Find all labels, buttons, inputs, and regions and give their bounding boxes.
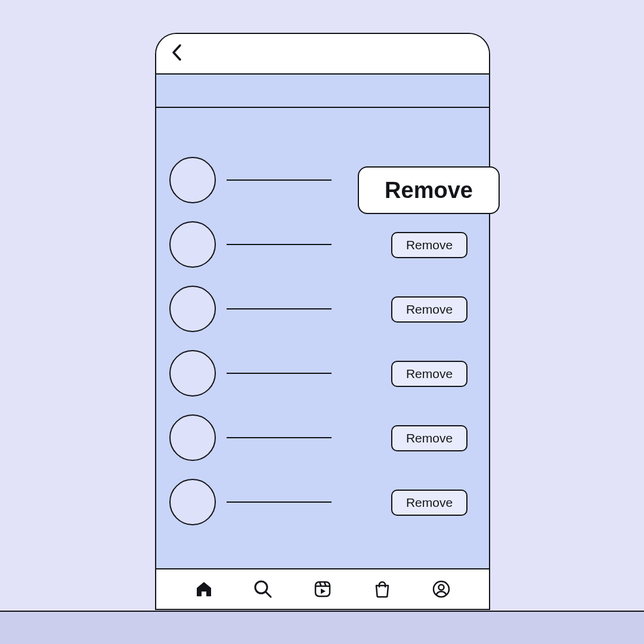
shopping-bag-icon [373, 580, 392, 599]
chevron-left-icon [171, 44, 183, 64]
list-item: Remove [156, 277, 489, 342]
title-band [156, 75, 489, 108]
svg-rect-2 [315, 582, 330, 596]
profile-icon [432, 580, 451, 599]
remove-button[interactable]: Remove [391, 296, 467, 323]
remove-button[interactable]: Remove [391, 361, 467, 387]
avatar[interactable] [169, 479, 216, 525]
home-icon [194, 580, 213, 599]
svg-point-8 [439, 585, 444, 590]
nav-search[interactable] [251, 577, 275, 601]
reels-icon [313, 580, 332, 599]
name-placeholder-line [227, 501, 332, 503]
search-icon [253, 579, 273, 599]
name-placeholder-line [227, 179, 332, 181]
avatar[interactable] [169, 350, 216, 397]
name-placeholder-line [227, 244, 332, 245]
ground-surface [0, 611, 644, 644]
nav-home[interactable] [192, 577, 216, 601]
nav-profile[interactable] [429, 577, 453, 601]
name-placeholder-line [227, 308, 332, 309]
phone-frame: Remove Remove Remove Remove Remove [155, 33, 490, 610]
avatar[interactable] [169, 286, 216, 332]
avatar[interactable] [169, 157, 216, 203]
top-bar [156, 34, 489, 75]
remove-button[interactable]: Remove [391, 425, 467, 451]
name-placeholder-line [227, 437, 332, 438]
svg-marker-6 [321, 589, 326, 594]
nav-shop[interactable] [370, 577, 394, 601]
avatar[interactable] [169, 221, 216, 268]
nav-reels[interactable] [311, 577, 335, 601]
list-item: Remove [156, 406, 489, 470]
list-item: Remove [156, 470, 489, 535]
remove-button[interactable]: Remove [391, 232, 467, 258]
back-button[interactable] [167, 44, 187, 64]
avatar[interactable] [169, 414, 216, 461]
list-item: Remove [156, 213, 489, 277]
name-placeholder-line [227, 373, 332, 374]
list-item: Remove [156, 342, 489, 406]
remove-button-highlighted[interactable]: Remove [358, 166, 500, 214]
bottom-nav [156, 568, 489, 609]
svg-line-1 [266, 592, 271, 597]
remove-button[interactable]: Remove [391, 490, 467, 516]
